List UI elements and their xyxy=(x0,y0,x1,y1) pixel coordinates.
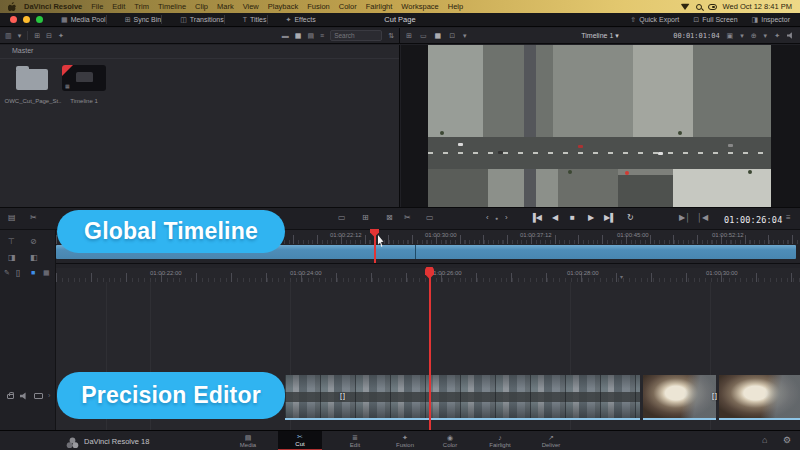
timeline-item-label[interactable]: Timeline 1 xyxy=(62,98,106,104)
close-window-button[interactable] xyxy=(10,16,17,23)
media-bin-folder[interactable] xyxy=(16,69,48,90)
sort-icon[interactable]: ⇅ xyxy=(388,32,394,40)
effects-button[interactable]: ✦ Effects xyxy=(286,16,316,24)
page-tab-fairlight[interactable]: ♪ Fairlight xyxy=(478,431,522,450)
timeline-option-icon-1[interactable]: ▭ xyxy=(338,214,346,222)
viewer-mode-icon[interactable]: ⊡ xyxy=(449,32,455,40)
page-tab-color[interactable]: ◉ Color xyxy=(428,431,472,450)
page-tab-fusion[interactable]: ✦ Fusion xyxy=(383,431,427,450)
step-back-icon[interactable]: │◀ xyxy=(697,214,708,222)
stop-icon[interactable]: ■ xyxy=(570,214,575,222)
new-timeline-icon[interactable]: ⊟ xyxy=(46,32,52,40)
camera-icon[interactable]: ▣ xyxy=(727,32,734,40)
search-input[interactable] xyxy=(330,30,382,41)
timeline-view-icon[interactable]: ▦ xyxy=(435,32,442,40)
video-enable-icon[interactable] xyxy=(34,393,43,399)
menu-app-name[interactable]: DaVinci Resolve xyxy=(24,2,82,11)
menu-clock[interactable]: Wed Oct 12 8:41 PM xyxy=(723,2,792,11)
split-clips-icon[interactable]: ✂ xyxy=(30,214,37,222)
wifi-icon[interactable] xyxy=(681,3,690,10)
cut-point-icon[interactable]: [] xyxy=(712,392,718,399)
timeline-options-menu-icon[interactable]: ≡ xyxy=(786,214,791,222)
minimize-window-button[interactable] xyxy=(23,16,30,23)
filmstrip-view-icon[interactable]: ▦ xyxy=(43,269,50,276)
global-playhead[interactable] xyxy=(374,230,376,263)
jog-dot-icon[interactable]: ● xyxy=(495,216,498,221)
audio-speaker-icon[interactable] xyxy=(787,32,794,39)
precision-playhead[interactable] xyxy=(429,268,431,430)
snapping-toggle-icon[interactable]: ■ xyxy=(31,269,35,276)
page-tab-cut[interactable]: ✂ Cut xyxy=(278,431,322,450)
source-tape-icon[interactable]: ⊞ xyxy=(406,32,412,40)
clip-city-aerial[interactable] xyxy=(285,375,640,420)
media-bin-label[interactable]: OWC_Cut_Page_St.. xyxy=(2,98,64,104)
metadata-view-icon[interactable]: ≡ xyxy=(320,32,324,39)
dual-timeline-icon[interactable]: ▤ xyxy=(8,214,16,222)
menu-item-timeline[interactable]: Timeline xyxy=(158,2,186,11)
go-to-end-icon[interactable]: ▶▌ xyxy=(604,214,616,222)
apple-logo-icon[interactable] xyxy=(8,2,16,11)
project-manager-icon[interactable]: ⌂ xyxy=(762,436,767,445)
transform-icon[interactable]: ⊕ xyxy=(751,32,757,40)
cut-point-icon[interactable]: [] xyxy=(340,392,346,399)
loop-icon[interactable]: ↻ xyxy=(627,214,634,222)
razor-icon[interactable]: ✂ xyxy=(404,214,411,222)
transform-chevron-icon[interactable]: ▾ xyxy=(764,32,768,40)
smart-bin-icon[interactable]: ✦ xyxy=(58,32,64,40)
curve-tool-icon[interactable]: ✎ xyxy=(4,269,10,276)
page-tab-deliver[interactable]: ↗ Deliver xyxy=(529,431,573,450)
menu-item-mark[interactable]: Mark xyxy=(217,2,234,11)
page-tab-edit[interactable]: ≣ Edit xyxy=(333,431,377,450)
timeline-thumbnail[interactable]: ▦ xyxy=(62,65,106,91)
tool-overwrite-icon[interactable]: ⊘ xyxy=(30,238,37,246)
thumbnail-view-icon[interactable]: ▦ xyxy=(295,32,302,40)
timeline-option-icon-2[interactable]: ⊞ xyxy=(362,214,369,222)
clip-coffee-2[interactable] xyxy=(719,375,800,420)
quick-export-button[interactable]: ⇧ Quick Export xyxy=(630,16,679,24)
import-media-icon[interactable]: ▥ xyxy=(5,32,12,40)
bin-breadcrumb[interactable]: Master xyxy=(12,47,33,54)
media-pool-button[interactable]: ▦ Media Pool xyxy=(61,16,106,24)
camera-chevron-icon[interactable]: ▾ xyxy=(740,32,744,40)
timeline-option-icon-3[interactable]: ⊠ xyxy=(386,214,393,222)
menu-item-view[interactable]: View xyxy=(243,2,259,11)
menu-item-help[interactable]: Help xyxy=(448,2,463,11)
tool-ripple-icon[interactable]: ◨ xyxy=(8,254,16,262)
project-settings-icon[interactable]: ⚙ xyxy=(783,436,791,445)
tool-closeup-icon[interactable]: ◧ xyxy=(30,254,38,262)
strip-view-icon[interactable]: ▬ xyxy=(282,32,289,39)
transitions-button[interactable]: ◫ Transitions xyxy=(180,16,224,24)
page-tab-media[interactable]: ▤ Media xyxy=(226,431,270,450)
menu-item-file[interactable]: File xyxy=(91,2,103,11)
go-to-start-icon[interactable]: ▐◀ xyxy=(530,214,542,222)
play-reverse-icon[interactable]: ◀ xyxy=(552,214,558,222)
play-icon[interactable]: ▶ xyxy=(588,214,594,222)
in-out-range-icon[interactable]: [] xyxy=(16,269,20,276)
list-view-icon[interactable]: ▤ xyxy=(307,32,314,40)
full-screen-button[interactable]: ⊡ Full Screen xyxy=(693,16,737,24)
menu-item-fairlight[interactable]: Fairlight xyxy=(366,2,393,11)
menu-item-playback[interactable]: Playback xyxy=(268,2,298,11)
tool-insert-icon[interactable]: ⊤ xyxy=(8,238,15,246)
menu-item-clip[interactable]: Clip xyxy=(195,2,208,11)
source-clip-icon[interactable]: ▭ xyxy=(420,32,427,40)
snapshot-icon[interactable]: ▭ xyxy=(426,214,434,222)
zoom-window-button[interactable] xyxy=(36,16,43,23)
audio-enable-icon[interactable] xyxy=(20,392,28,400)
inspector-button[interactable]: ◨ Inspector xyxy=(752,16,790,24)
viewer-video[interactable] xyxy=(428,45,771,207)
magic-tools-icon[interactable]: ✦ xyxy=(774,32,780,40)
control-center-icon[interactable] xyxy=(708,4,717,10)
sync-bin-button[interactable]: ⊞ Sync Bin xyxy=(125,16,162,24)
import-chevron-icon[interactable]: ▾ xyxy=(18,32,22,40)
menu-item-color[interactable]: Color xyxy=(339,2,357,11)
track-chevron-icon[interactable]: › xyxy=(48,392,50,399)
step-forward-icon[interactable]: ▶│ xyxy=(679,214,690,222)
menu-item-fusion[interactable]: Fusion xyxy=(307,2,330,11)
jog-right-icon[interactable]: › xyxy=(505,214,508,222)
titles-button[interactable]: T Titles xyxy=(243,16,267,23)
viewer-mode-chevron-icon[interactable]: ▾ xyxy=(463,32,467,40)
new-bin-icon[interactable]: ⊞ xyxy=(34,32,40,40)
spotlight-search-icon[interactable] xyxy=(696,4,702,10)
menu-item-edit[interactable]: Edit xyxy=(112,2,125,11)
